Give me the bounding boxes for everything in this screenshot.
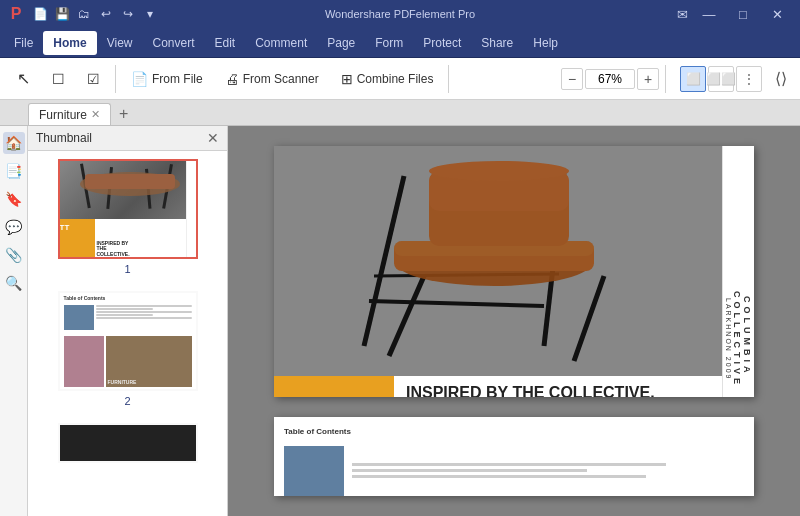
annotation-button[interactable]: ☑: [78, 64, 109, 94]
title-bar-left: P 📄 💾 🗂 ↩ ↪ ▾: [8, 4, 160, 24]
chair-svg: [274, 146, 754, 376]
main-area: 🏠 📑 🔖 💬 📎 🔍 Thumbnail ✕: [0, 126, 800, 516]
save2-icon[interactable]: 🗂: [74, 4, 94, 24]
menu-view[interactable]: View: [97, 31, 143, 55]
annotation-icon: ☑: [87, 71, 100, 87]
menu-home[interactable]: Home: [43, 31, 96, 55]
page-2-text-block: [352, 446, 744, 496]
select-tool-button[interactable]: ↖: [8, 64, 39, 94]
edit-text-button[interactable]: ☐: [43, 64, 74, 94]
email-icon[interactable]: ✉: [674, 6, 690, 22]
text-edit-icon: ☐: [52, 71, 65, 87]
single-page-icon: ⬜: [686, 72, 701, 86]
menu-comment[interactable]: Comment: [245, 31, 317, 55]
menu-protect[interactable]: Protect: [413, 31, 471, 55]
line-5: [96, 317, 192, 319]
more-icon[interactable]: ▾: [140, 4, 160, 24]
thumbnail-page-1[interactable]: TT INSPIRED BYTHECOLLECTIVE. 1: [36, 159, 219, 275]
minimize-button[interactable]: —: [694, 0, 724, 28]
page-2-title: Table of Contents: [274, 417, 754, 446]
page-2-preview: Table of Contents: [60, 291, 196, 391]
thumbnail-panel-title: Thumbnail: [36, 131, 92, 145]
scroll-icon: ⋮: [743, 72, 755, 86]
menu-share[interactable]: Share: [471, 31, 523, 55]
document-tab-furniture[interactable]: Furniture ✕: [28, 103, 111, 125]
pdf-page-1: TT INSPIRED BY THE COLLECTIVE. Be part o…: [274, 146, 754, 397]
menu-file[interactable]: File: [4, 31, 43, 55]
line-4: [96, 314, 154, 316]
page-1-image-area: [60, 159, 196, 219]
thumbnail-page-1-label: 1: [124, 263, 130, 275]
comment-panel-icon[interactable]: 💬: [3, 216, 25, 238]
two-page-view-button[interactable]: ⬜⬜: [708, 66, 734, 92]
page-photo-area: [274, 146, 754, 376]
svg-rect-5: [85, 174, 175, 189]
new-file-icon[interactable]: 📄: [30, 4, 50, 24]
from-file-button[interactable]: 📄 From File: [122, 64, 212, 94]
file-icon: 📄: [131, 71, 148, 87]
year-text: LARKHNON 2009: [725, 298, 732, 380]
page-1-bottom: TT INSPIRED BYTHECOLLECTIVE.: [60, 219, 196, 259]
page-2-image-1: [284, 446, 344, 496]
save-icon[interactable]: 💾: [52, 4, 72, 24]
thumbnail-page-2[interactable]: Table of Contents: [36, 291, 219, 407]
text-line: [352, 469, 587, 472]
zoom-in-button[interactable]: +: [637, 68, 659, 90]
from-scanner-button[interactable]: 🖨 From Scanner: [216, 64, 328, 94]
zoom-level-display[interactable]: 67%: [585, 69, 635, 89]
page-bottom-area: TT INSPIRED BY THE COLLECTIVE. Be part o…: [274, 376, 754, 397]
zoom-out-button[interactable]: −: [561, 68, 583, 90]
home-panel-icon[interactable]: 🏠: [3, 132, 25, 154]
pdf-viewer[interactable]: TT INSPIRED BY THE COLLECTIVE. Be part o…: [228, 126, 800, 516]
thumbnail-panel-close-button[interactable]: ✕: [207, 130, 219, 146]
page-1-preview: TT INSPIRED BYTHECOLLECTIVE.: [60, 159, 196, 259]
embed-button[interactable]: ⟨⟩: [770, 68, 792, 90]
thumbnail-page-2-label: 2: [124, 395, 130, 407]
text-line: [352, 475, 646, 478]
single-page-view-button[interactable]: ⬜: [680, 66, 706, 92]
maximize-button[interactable]: □: [728, 0, 758, 28]
page-side-text: COLUMBIA COLLECTIVE LARKHNON 2009: [722, 146, 754, 397]
attachment-panel-icon[interactable]: 📎: [3, 244, 25, 266]
scroll-view-button[interactable]: ⋮: [736, 66, 762, 92]
chair-preview-svg: [60, 159, 196, 219]
undo-icon[interactable]: ↩: [96, 4, 116, 24]
scanner-icon: 🖨: [225, 71, 239, 87]
separator-3: [665, 65, 666, 93]
page-2-contents-title: Table of Contents: [64, 295, 192, 301]
line-3: [96, 311, 192, 313]
menu-convert[interactable]: Convert: [142, 31, 204, 55]
zoom-control: − 67% +: [561, 68, 659, 90]
combine-files-button[interactable]: ⊞ Combine Files: [332, 64, 443, 94]
thumbnail-panel: Thumbnail ✕: [28, 126, 228, 516]
tab-close-button[interactable]: ✕: [91, 108, 100, 121]
redo-icon[interactable]: ↪: [118, 4, 138, 24]
view-mode-buttons: ⬜ ⬜⬜ ⋮: [680, 66, 762, 92]
thumbnail-panel-icon[interactable]: 📑: [3, 160, 25, 182]
columbia-text: COLUMBIA: [742, 296, 752, 377]
page-2-content: [274, 446, 754, 496]
thumbnail-panel-header: Thumbnail ✕: [28, 126, 227, 151]
menu-edit[interactable]: Edit: [205, 31, 246, 55]
thumbnail-list: TT INSPIRED BYTHECOLLECTIVE. 1: [28, 151, 227, 516]
title-bar: P 📄 💾 🗂 ↩ ↪ ▾ Wondershare PDFelement Pro…: [0, 0, 800, 28]
collective-text: COLLECTIVE: [732, 291, 742, 388]
menu-page[interactable]: Page: [317, 31, 365, 55]
menu-form[interactable]: Form: [365, 31, 413, 55]
page-2-bottom-area: FURNITURE: [64, 336, 192, 387]
line-1: [96, 305, 192, 307]
thumbnail-page-3[interactable]: [36, 423, 219, 463]
combine-icon: ⊞: [341, 71, 353, 87]
from-file-label: From File: [152, 72, 203, 86]
close-button[interactable]: ✕: [762, 0, 792, 28]
left-panel-icons: 🏠 📑 🔖 💬 📎 🔍: [0, 126, 28, 516]
bookmark-panel-icon[interactable]: 🔖: [3, 188, 25, 210]
menu-help[interactable]: Help: [523, 31, 568, 55]
new-tab-button[interactable]: +: [111, 103, 136, 125]
search-panel-icon[interactable]: 🔍: [3, 272, 25, 294]
page-text-area: INSPIRED BY THE COLLECTIVE. Be part of a…: [394, 376, 754, 397]
page-2-top-row: [64, 305, 192, 330]
page-2-mauve-block: [64, 336, 104, 387]
page-main-heading: INSPIRED BY THE COLLECTIVE.: [406, 384, 742, 397]
page-3-preview: [60, 423, 196, 463]
